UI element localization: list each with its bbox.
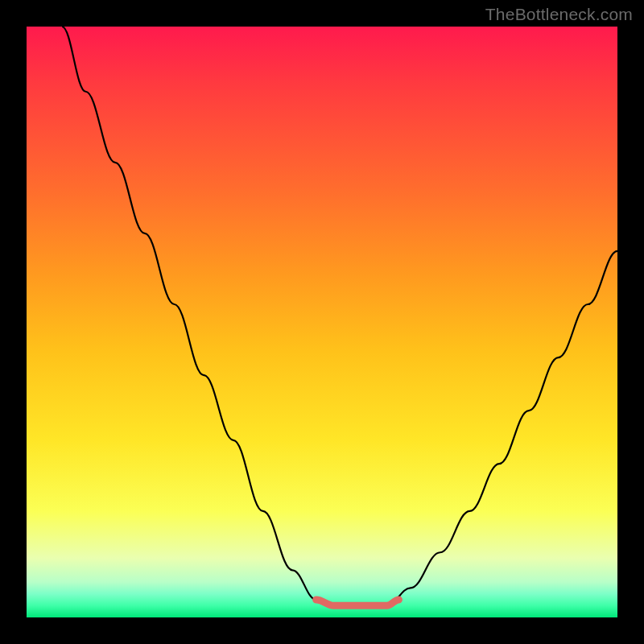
watermark-text: TheBottleneck.com: [485, 5, 633, 24]
chart-frame: TheBottleneck.com: [0, 0, 644, 644]
chart-svg: [27, 27, 617, 617]
series-paths: [62, 27, 617, 605]
bottom-highlight-path: [316, 600, 399, 605]
left-curve-path: [62, 27, 334, 605]
right-curve-path: [387, 251, 617, 605]
